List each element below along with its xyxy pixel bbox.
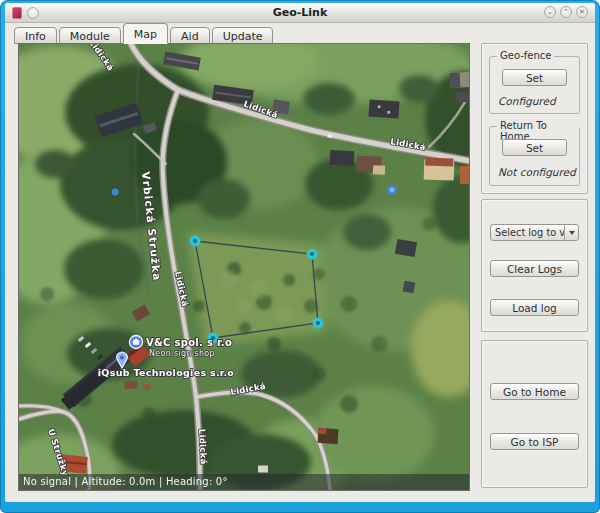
go-to-isp-button[interactable]: Go to ISP: [490, 433, 579, 450]
title-bar[interactable]: Geo-Link ⌄ ⌃ ✕: [5, 3, 595, 23]
window: Geo-Link ⌄ ⌃ ✕ Info Module Map Aid Updat…: [5, 3, 595, 502]
street-label: Lidická: [197, 429, 209, 465]
geofence-corner-marker[interactable]: [313, 318, 324, 329]
tab-module[interactable]: Module: [59, 27, 121, 44]
window-title: Geo-Link: [5, 6, 595, 19]
log-select-dropdown[interactable]: Select log to view: [490, 224, 579, 241]
window-frame: Geo-Link ⌄ ⌃ ✕ Info Module Map Aid Updat…: [0, 0, 600, 513]
telemetry-status-bar: No signal | Altitude: 0.0m | Heading: 0°: [19, 474, 469, 490]
tab-aid[interactable]: Aid: [170, 27, 210, 44]
poi-iqsub-title: iQsub Technologies s.r.o: [98, 367, 235, 378]
load-log-button[interactable]: Load log: [490, 299, 579, 316]
geofence-group: Geo-fence Set Configured: [489, 56, 580, 114]
return-home-set-button[interactable]: Set: [502, 139, 567, 156]
shop-icon: [133, 340, 140, 345]
tab-bar: Info Module Map Aid Update: [5, 23, 595, 44]
shop-icon: [135, 339, 138, 341]
poi-vc-marker[interactable]: [130, 336, 143, 349]
tab-map[interactable]: Map: [123, 23, 168, 44]
poi-vc-subtitle: Neon sign shop: [149, 349, 215, 358]
geofence-set-button[interactable]: Set: [502, 69, 567, 86]
geofence-group-title: Geo-fence: [497, 50, 554, 61]
go-to-home-button[interactable]: Go to Home: [490, 383, 579, 400]
navigation-panel: Go to Home Go to ISP: [481, 340, 588, 488]
satellite-map[interactable]: Lidická Lidická Lidická Lidická Lidická …: [18, 43, 470, 491]
shade-button[interactable]: ⌄: [544, 6, 556, 18]
geofence-panel: Geo-fence Set Configured Return To Home …: [481, 43, 588, 194]
poi-vc-title: V&C spol. s r.o: [146, 337, 232, 348]
close-button[interactable]: ✕: [576, 6, 588, 18]
geofence-status: Configured: [498, 95, 556, 107]
return-home-group: Return To Home Set Not configured: [489, 126, 580, 186]
log-select-value: Select log to view: [491, 225, 564, 240]
geofence-corner-marker[interactable]: [190, 236, 201, 247]
tab-info[interactable]: Info: [14, 27, 57, 44]
logs-panel: Select log to view Clear Logs Load log: [481, 199, 588, 332]
geofence-corner-marker[interactable]: [307, 249, 318, 260]
tab-update[interactable]: Update: [212, 27, 274, 44]
satellite-imagery: Lidická Lidická Lidická Lidická Lidická …: [19, 44, 469, 490]
maximize-button[interactable]: ⌃: [560, 6, 572, 18]
clear-logs-button[interactable]: Clear Logs: [490, 260, 579, 277]
dropdown-arrow-icon[interactable]: [564, 225, 578, 240]
return-home-status: Not configured: [498, 166, 576, 178]
